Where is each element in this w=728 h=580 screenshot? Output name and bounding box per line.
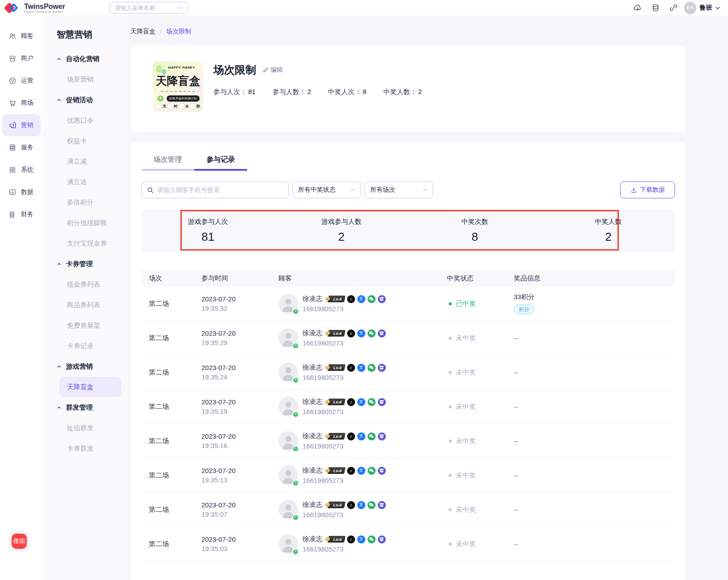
status-cell: 未中奖 [447,506,514,514]
status-text: 未中奖 [456,506,476,514]
breadcrumb-parent[interactable]: 天降盲盒 [131,28,155,36]
channel-badge-icon: ↻ [292,342,299,349]
customer-name: 徐凌志 [303,466,323,475]
rail-item-marketing[interactable]: 营销 [2,114,41,136]
status-dot [449,474,452,477]
sidebar-item-full-gift[interactable]: 满立送 [57,172,121,192]
sidebar-item-scene-marketing[interactable]: 场景营销 [57,69,121,90]
customer-cell: ↻徐凌志Lv.4♪支16619805273 [278,431,447,451]
rail-item-system[interactable]: 系统 [2,159,41,181]
sidebar-group-automation[interactable]: 自动化营销 [57,49,121,69]
phone-search-input[interactable] [157,186,283,193]
records-panel-card: 场次管理参与记录 所有中奖状态 所有场次 下载数据 [131,142,686,580]
status-text: 未中奖 [456,334,476,342]
sidebar-group-promotion[interactable]: 促销活动 [57,90,121,110]
participate-date: 2023-07-20 [201,295,278,303]
level-diamond-icon [324,364,330,370]
store-icon [378,501,386,509]
tab-session-management[interactable]: 场次管理 [141,151,194,169]
rail-item-services[interactable]: 服务 [2,136,41,159]
status-text: 未中奖 [456,368,476,377]
sidebar-item-sky-blind-box[interactable]: 天降盲盒 [59,377,121,397]
download-label: 下载数据 [640,186,665,194]
prize-cell: -- [514,369,675,376]
customer-info: 徐凌志Lv.4♪支16619805273 [303,329,386,347]
rail-item-data[interactable]: 数据 [2,181,41,203]
status-dot [449,371,452,374]
tiktok-icon: ♪ [347,535,355,543]
campaign-stat-label: 参与人数： [273,88,306,95]
tiktok-icon: ♪ [347,364,355,372]
wechat-icon [368,398,376,406]
rail-item-operations[interactable]: 运营 [2,70,41,92]
customer-info: 徐凌志Lv.4♪支16619805273 [303,466,386,484]
customer-phone: 16619805273 [303,374,386,381]
sidebar-item-multi-points[interactable]: 多倍积分 [57,192,121,213]
chevron-down-icon [178,5,183,10]
sidebar-item-sms-broadcast[interactable]: 短信群发 [57,418,121,438]
poster-dashed-line [161,91,195,92]
sidebar-item-points-inflation[interactable]: 积分抵现膨胀 [57,213,121,233]
customer-phone: 16619805273 [303,408,386,415]
sidebar-item-product-coupon-list[interactable]: 商品券列表 [57,295,121,315]
sidebar-item-rights-card[interactable]: 权益卡 [57,131,121,151]
alipay-icon: 支 [357,501,365,509]
store-icon [378,398,386,406]
campaign-stat: 中奖人次：8 [328,88,366,96]
summary-strip: 游戏参与人次81游戏参与人数2中奖次数8中奖人数2 [141,210,675,252]
sidebar-group-coupon-management[interactable]: 卡券管理 [57,254,121,274]
sidebar-item-free-coupon-shelf[interactable]: 免费券展架 [57,315,121,336]
alipay-icon: 支 [357,329,365,337]
sidebar-item-cash-coupon-list[interactable]: 抵金券列表 [57,274,121,295]
customer-info: 徐凌志Lv.4♪支16619805273 [303,535,386,553]
chevron-up-icon [57,262,61,267]
link-icon[interactable] [669,3,678,12]
sidebar-item-coupon-broadcast[interactable]: 卡券群发 [57,438,121,459]
database-icon[interactable] [651,3,660,12]
prize-cell: -- [514,334,675,342]
store-icon [378,295,386,303]
cloud-download-icon[interactable] [633,3,642,12]
level-diamond-icon [324,502,330,508]
phone-search-box[interactable] [141,181,289,198]
poster-main-text: 天降盲盒 [153,74,203,88]
prize-cell: -- [514,540,675,548]
rail-item-mall[interactable]: 商场 [2,92,41,114]
level-diamond-icon [324,536,330,542]
sidebar-group-broadcast[interactable]: 群发管理 [57,397,121,418]
rail-item-merchant[interactable]: 商户 [2,47,41,70]
operations-icon [8,76,17,85]
brand-tagline: Digital Commerce Builder [24,10,65,13]
simulation-badge[interactable]: 模拟 [12,534,27,549]
alipay-icon: 支 [357,295,365,303]
rail-item-label: 系统 [21,166,33,174]
avatar: ↻ [278,431,298,451]
rail-item-finance[interactable]: 财务 [2,203,41,226]
sidebar-group-game-marketing[interactable]: 游戏营销 [57,356,121,377]
sidebar-item-coupon-code[interactable]: 优惠口令 [57,110,121,131]
user-menu[interactable]: 鲁班 鲁班 [684,2,720,14]
breadcrumb: 天降盲盒 / 场次限制 [131,28,686,36]
tiktok-icon: ♪ [347,398,355,406]
session-select[interactable]: 所有场次 [364,181,433,198]
column-header-customer: 顾客 [278,274,447,283]
rail-item-customers[interactable]: 顾客 [2,25,41,47]
sidebar-item-coupon-records[interactable]: 卡券记录 [57,336,121,356]
channel-badge-icon: ↻ [292,411,299,418]
summary-stat-label: 游戏参与人数 [275,218,409,226]
summary-stat: 游戏参与人次81 [141,218,275,244]
participate-time: 19:35:32 [201,304,278,312]
sidebar-item-alipay-cash-coupon[interactable]: 支付宝现金券 [57,233,121,254]
store-icon [378,432,386,440]
customer-phone: 16619805273 [303,477,386,484]
tab-participation-records[interactable]: 参与记录 [194,151,247,169]
sidebar-item-full-reduction[interactable]: 满立减 [57,151,121,172]
user-avatar[interactable]: 鲁班 [684,2,696,14]
menu-search-select[interactable]: 请输入菜单名称 [110,2,188,14]
sidebar-group-label: 卡券管理 [66,260,93,268]
level-badge: Lv.4 [327,296,345,302]
time-cell: 2023-07-2019:35:16 [201,432,278,449]
win-status-select[interactable]: 所有中奖状态 [292,181,361,198]
edit-button[interactable]: 编辑 [262,66,283,74]
download-data-button[interactable]: 下载数据 [620,181,675,198]
